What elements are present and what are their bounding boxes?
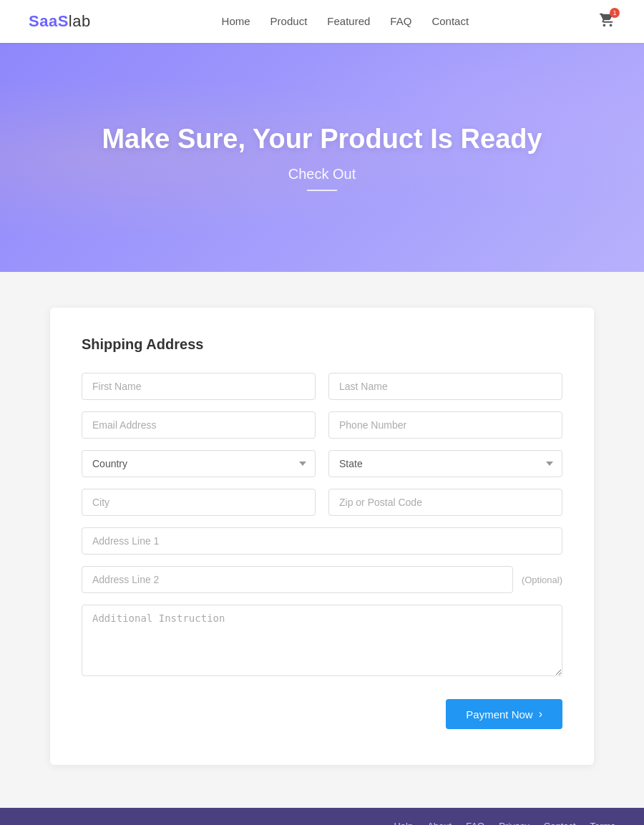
navbar: SaaSlab Home Product Featured FAQ Contac…: [0, 0, 644, 43]
footer-link-faq[interactable]: FAQ: [466, 821, 484, 825]
first-name-group: [82, 373, 316, 400]
nav-item-contact[interactable]: Contact: [431, 15, 469, 28]
state-select[interactable]: State California New York Texas Florida: [328, 450, 562, 477]
main-content: Shipping Address Country Unit: [0, 272, 644, 808]
footer-link-about[interactable]: About: [427, 821, 452, 825]
chevron-right-icon: ›: [539, 708, 542, 721]
cart-button[interactable]: 1: [600, 12, 615, 31]
nav-item-home[interactable]: Home: [222, 15, 250, 28]
footer-link-help[interactable]: Help: [394, 821, 413, 825]
name-row: [82, 373, 562, 400]
payment-now-button[interactable]: Payment Now ›: [446, 699, 562, 729]
form-section-title: Shipping Address: [82, 336, 562, 353]
nav-link-home[interactable]: Home: [222, 15, 250, 27]
form-footer: Payment Now ›: [82, 699, 562, 729]
address2-optional-label: (Optional): [522, 575, 562, 585]
country-group: Country United States United Kingdom Can…: [82, 450, 316, 477]
phone-input[interactable]: [328, 411, 562, 439]
cart-badge: 1: [610, 8, 620, 18]
instruction-textarea[interactable]: [82, 605, 562, 676]
phone-group: [328, 411, 562, 439]
state-group: State California New York Texas Florida: [328, 450, 562, 477]
form-card: Shipping Address Country Unit: [50, 308, 594, 765]
hero-divider: [307, 190, 337, 191]
country-select[interactable]: Country United States United Kingdom Can…: [82, 450, 316, 477]
payment-button-label: Payment Now: [466, 708, 532, 721]
footer-link-privacy[interactable]: Privacy: [499, 821, 530, 825]
city-zip-row: [82, 489, 562, 516]
instruction-row: [82, 605, 562, 679]
nav-link-faq[interactable]: FAQ: [390, 15, 411, 27]
hero-section: Make Sure, Your Product Is Ready Check O…: [0, 43, 644, 272]
country-state-row: Country United States United Kingdom Can…: [82, 450, 562, 477]
first-name-input[interactable]: [82, 373, 316, 400]
footer-link-terms[interactable]: Terms: [590, 821, 615, 825]
nav-item-featured[interactable]: Featured: [327, 15, 370, 28]
logo-saas: SaaS: [29, 12, 69, 30]
address2-input[interactable]: [82, 566, 513, 593]
nav-item-product[interactable]: Product: [270, 15, 308, 28]
site-footer: Copyright 2017 – All Right Reserved Help…: [0, 808, 644, 825]
city-input[interactable]: [82, 489, 316, 516]
footer-link-contact[interactable]: Contact: [544, 821, 576, 825]
address1-input[interactable]: [82, 527, 562, 555]
nav-item-faq[interactable]: FAQ: [390, 15, 411, 28]
nav-links: Home Product Featured FAQ Contact: [222, 15, 469, 28]
email-group: [82, 411, 316, 439]
hero-background: [0, 43, 644, 272]
footer-links: Help About FAQ Privacy Contact Terms: [394, 821, 615, 825]
city-group: [82, 489, 316, 516]
nav-link-contact[interactable]: Contact: [431, 15, 469, 27]
email-phone-row: [82, 411, 562, 439]
zip-input[interactable]: [328, 489, 562, 516]
last-name-input[interactable]: [328, 373, 562, 400]
zip-group: [328, 489, 562, 516]
hero-subtitle: Check Out: [288, 166, 356, 182]
address2-row: (Optional): [82, 566, 562, 593]
hero-heading: Make Sure, Your Product Is Ready: [102, 124, 542, 155]
footer-right: Help About FAQ Privacy Contact Terms www…: [394, 821, 615, 825]
email-input[interactable]: [82, 411, 316, 439]
logo-lab: lab: [69, 12, 91, 30]
nav-link-product[interactable]: Product: [270, 15, 308, 27]
logo: SaaSlab: [29, 12, 91, 31]
nav-link-featured[interactable]: Featured: [327, 15, 370, 27]
address1-row: [82, 527, 562, 555]
last-name-group: [328, 373, 562, 400]
